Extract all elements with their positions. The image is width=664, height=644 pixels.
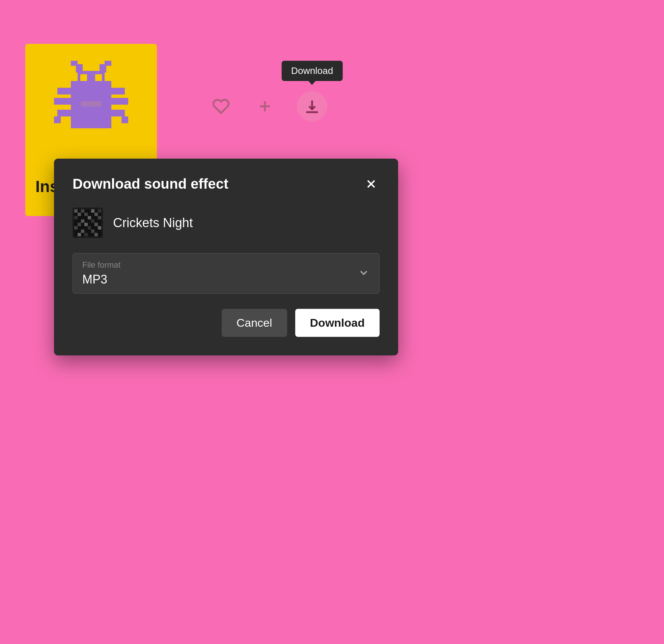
svg-rect-13 xyxy=(110,110,125,117)
like-button[interactable] xyxy=(209,95,233,118)
svg-rect-30 xyxy=(95,213,98,216)
close-button[interactable] xyxy=(363,176,379,193)
svg-rect-16 xyxy=(81,101,101,106)
download-button[interactable]: Download xyxy=(295,309,379,337)
svg-rect-34 xyxy=(81,219,84,223)
download-modal: Download sound effect xyxy=(54,159,398,356)
svg-rect-41 xyxy=(98,226,101,229)
pixel-bug-art xyxy=(44,54,138,162)
svg-rect-7 xyxy=(95,74,102,81)
svg-rect-36 xyxy=(78,223,81,226)
svg-rect-10 xyxy=(57,110,72,117)
sound-name: Crickets Night xyxy=(113,216,193,230)
svg-rect-43 xyxy=(91,229,95,233)
modal-header: Download sound effect xyxy=(72,176,379,193)
action-icons-area: Download xyxy=(209,91,327,121)
sound-thumbnail xyxy=(72,207,103,238)
svg-rect-29 xyxy=(84,213,88,216)
svg-rect-25 xyxy=(81,209,84,213)
chevron-down-icon xyxy=(358,267,370,280)
svg-rect-15 xyxy=(122,117,128,123)
add-button[interactable] xyxy=(253,95,277,118)
svg-rect-46 xyxy=(95,233,98,236)
svg-rect-12 xyxy=(110,98,128,105)
svg-rect-42 xyxy=(81,229,84,233)
svg-rect-4 xyxy=(71,61,78,66)
cancel-button[interactable]: Cancel xyxy=(222,309,287,337)
svg-rect-40 xyxy=(88,226,91,229)
download-arrow-icon xyxy=(303,98,321,115)
svg-rect-28 xyxy=(78,213,81,216)
thumbnail-art xyxy=(74,209,101,236)
modal-footer: Cancel Download xyxy=(72,309,379,337)
svg-rect-35 xyxy=(91,219,95,223)
svg-rect-11 xyxy=(110,88,125,95)
svg-rect-6 xyxy=(80,74,87,81)
svg-rect-26 xyxy=(91,209,95,213)
close-icon xyxy=(365,177,378,191)
svg-rect-9 xyxy=(54,98,72,105)
file-format-dropdown[interactable]: File format MP3 xyxy=(72,253,379,294)
svg-rect-5 xyxy=(105,61,111,66)
svg-rect-32 xyxy=(88,216,91,219)
heart-icon xyxy=(212,98,230,115)
svg-rect-24 xyxy=(74,209,78,213)
plus-icon xyxy=(256,98,274,115)
svg-rect-31 xyxy=(74,216,78,219)
svg-rect-39 xyxy=(74,226,78,229)
svg-rect-33 xyxy=(98,216,101,219)
format-label: File format xyxy=(82,260,370,270)
download-icon-container: Download xyxy=(297,91,327,121)
svg-rect-8 xyxy=(57,88,72,95)
svg-rect-44 xyxy=(78,233,81,236)
sound-item: Crickets Night xyxy=(72,207,379,238)
svg-rect-37 xyxy=(84,223,88,226)
svg-rect-45 xyxy=(84,233,88,236)
svg-rect-38 xyxy=(95,223,98,226)
modal-title: Download sound effect xyxy=(72,176,228,192)
download-icon-button[interactable] xyxy=(297,91,327,121)
svg-rect-14 xyxy=(54,117,61,123)
svg-rect-27 xyxy=(98,209,101,213)
format-value: MP3 xyxy=(82,273,370,286)
download-tooltip: Download xyxy=(282,61,343,81)
